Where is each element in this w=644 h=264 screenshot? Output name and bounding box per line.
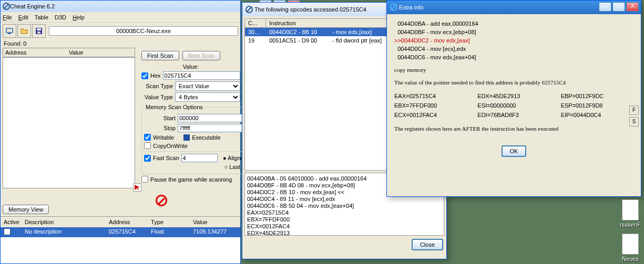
close-button[interactable]: Close bbox=[412, 239, 443, 250]
cheat-engine-window: Cheat Engine 6.2 File Edit Table D3D Hel… bbox=[0, 0, 241, 264]
asm-line: 0044D0BA - add eax,00000164 bbox=[394, 19, 633, 28]
address-table: Active Description Address Type Value No… bbox=[1, 216, 240, 263]
op-count: 19 bbox=[245, 37, 266, 44]
titlebar[interactable]: Cheat Engine 6.2 bbox=[1, 1, 240, 12]
menu-help[interactable]: Help bbox=[73, 14, 85, 20]
asm-line: 0044D0BF - mov ecx,[ebp+08] bbox=[394, 28, 633, 36]
memory-view-button[interactable]: Memory View bbox=[3, 205, 49, 214]
exec-label: Executable bbox=[192, 134, 220, 141]
value-input[interactable] bbox=[163, 71, 240, 80]
extra-info-window: Extra info — □ X 0044D0BA - add eax,0000… bbox=[386, 0, 641, 197]
max-button[interactable]: □ bbox=[612, 2, 625, 12]
reg-eip: EIP=0044D0C4 bbox=[561, 111, 633, 119]
hex-checkbox[interactable] bbox=[141, 72, 148, 79]
value-label: Value: bbox=[141, 64, 240, 70]
toolbar: 00000BCC-Neuz.exe bbox=[1, 23, 240, 39]
save-button[interactable] bbox=[32, 24, 46, 38]
stop-label: Stop bbox=[144, 125, 176, 131]
op-addr: 0051AC51 - D9 00 bbox=[266, 37, 329, 44]
col-value[interactable]: Value bbox=[69, 49, 132, 56]
app-icon bbox=[3, 3, 10, 10]
valuetype-label: Value Type bbox=[141, 94, 173, 100]
folder-icon bbox=[20, 27, 28, 35]
svg-rect-3 bbox=[37, 28, 41, 30]
row-desc: No description bbox=[22, 227, 106, 237]
table-row[interactable]: No description 025715C4 Float 7109.13427… bbox=[1, 227, 240, 237]
copy-memory-label: copy memory bbox=[394, 66, 633, 74]
asm-line-highlighted: >>0044D0C2 - mov edx,[eax] bbox=[394, 36, 633, 45]
asm-line: 0044D0C6 - mov edx,[eax+04] bbox=[394, 53, 633, 61]
memopts-legend: Memory Scan Options bbox=[144, 104, 205, 110]
reg-esi: ESI=00000000 bbox=[477, 101, 550, 110]
fastscan-checkbox[interactable] bbox=[144, 155, 151, 162]
col-address[interactable]: Address bbox=[5, 49, 69, 56]
cow-checkbox[interactable] bbox=[144, 142, 151, 149]
app-icon bbox=[246, 6, 253, 13]
svg-rect-0 bbox=[6, 28, 13, 33]
extra-info-titlebar[interactable]: Extra info — □ X bbox=[387, 1, 641, 14]
extra-info-body: 0044D0BA - add eax,00000164 0044D0BF - m… bbox=[387, 14, 641, 142]
file-icon bbox=[622, 234, 639, 255]
first-scan-button[interactable]: First Scan bbox=[141, 51, 179, 60]
f-button[interactable]: F bbox=[629, 105, 639, 115]
pause-label: Pause the game while scanning bbox=[150, 176, 232, 183]
open-process-button[interactable] bbox=[3, 24, 16, 38]
detail-line: EAX=025715C4 bbox=[247, 209, 442, 216]
col-count[interactable]: C... bbox=[245, 19, 266, 27]
pointer-message: The value of the pointer needed to find … bbox=[394, 78, 633, 87]
ok-button[interactable]: OK bbox=[502, 145, 527, 157]
bottom-panel: Memory View Active Description Address T… bbox=[1, 203, 240, 263]
s-button[interactable]: S bbox=[629, 117, 639, 126]
detail-line: EBX=7FFDF000 bbox=[247, 216, 442, 223]
col-addr[interactable]: Address bbox=[106, 218, 148, 226]
process-display[interactable]: 00000BCC-Neuz.exe bbox=[49, 26, 238, 36]
process-name: 00000BCC-Neuz.exe bbox=[116, 28, 171, 34]
reg-ebp: EBP=0012F9DC bbox=[561, 92, 633, 100]
results-header: Address Value bbox=[3, 48, 135, 57]
col-active[interactable]: Active bbox=[1, 218, 22, 226]
desktop-icon[interactable]: Neues bbox=[620, 234, 641, 262]
reg-eax: EAX=025715C4 bbox=[394, 92, 467, 100]
menu-file[interactable]: File bbox=[3, 14, 12, 20]
detail-line: ECX=0012FAC4 bbox=[247, 223, 442, 230]
reg-ecx: ECX=0012FAC4 bbox=[394, 111, 467, 119]
writable-checkbox[interactable] bbox=[144, 134, 151, 141]
scantype-select[interactable]: Exact Value bbox=[175, 81, 240, 91]
cow-label: CopyOnWrite bbox=[153, 143, 188, 149]
op-count: 30... bbox=[245, 28, 266, 36]
exec-checkbox[interactable] bbox=[183, 134, 190, 141]
app-icon bbox=[390, 4, 397, 11]
start-label: Start bbox=[144, 115, 176, 121]
menu-d3d[interactable]: D3D bbox=[55, 14, 66, 20]
reg-esp: ESP=0012F9D8 bbox=[561, 101, 633, 110]
row-type: Float bbox=[148, 227, 190, 237]
col-type[interactable]: Type bbox=[148, 218, 190, 226]
detail-line: 0044D0C6 - 8B 50 04 - mov edx,[eax+04] bbox=[247, 203, 442, 209]
menu-edit[interactable]: Edit bbox=[18, 14, 28, 20]
min-button[interactable]: — bbox=[599, 2, 611, 12]
op-text: - mov edx,[eax] bbox=[329, 28, 375, 36]
results-list[interactable] bbox=[3, 57, 135, 188]
col-val[interactable]: Value bbox=[190, 218, 240, 226]
menubar: File Edit Table D3D Help bbox=[1, 12, 240, 23]
desktop-icon[interactable]: rsakenF bbox=[620, 199, 641, 228]
registers-note: The registers shown here are AFTER the i… bbox=[394, 124, 633, 133]
row-val: 7109.134277 bbox=[190, 227, 240, 237]
registers: EAX=025715C4 EDX=45DE2913 EBP=0012F9DC E… bbox=[394, 92, 633, 119]
pointer-tool-icon[interactable] bbox=[133, 183, 141, 192]
detail-line: EDX=45DE2913 bbox=[247, 230, 442, 236]
valuetype-select[interactable]: 4 Bytes bbox=[175, 92, 240, 102]
col-desc[interactable]: Description bbox=[22, 218, 106, 226]
open-file-button[interactable] bbox=[17, 24, 31, 38]
asm-line: 0044D0C4 - mov [ecx],edx bbox=[394, 45, 633, 53]
opcodes-footer: Close bbox=[242, 236, 446, 254]
menu-table[interactable]: Table bbox=[35, 14, 48, 20]
reg-edx: EDX=45DE2913 bbox=[477, 92, 550, 100]
close-button[interactable]: X bbox=[626, 2, 639, 12]
table-empty[interactable] bbox=[1, 237, 240, 263]
row-active-checkbox[interactable] bbox=[4, 228, 11, 235]
file-icon bbox=[622, 199, 639, 220]
fastscan-value[interactable] bbox=[181, 154, 218, 162]
pause-checkbox[interactable] bbox=[141, 176, 148, 183]
extra-info-footer: OK bbox=[387, 142, 641, 160]
